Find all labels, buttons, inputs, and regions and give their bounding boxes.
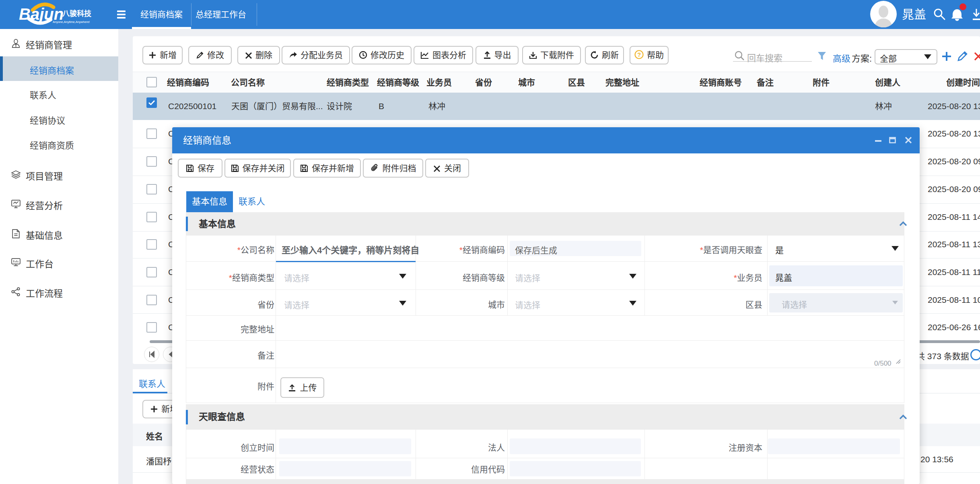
svg-text:?: ?	[637, 51, 641, 58]
svg-text:Anyone,Anytime,Anywhere!: Anyone,Anytime,Anywhere!	[53, 20, 90, 24]
svg-text:八骏科技: 八骏科技	[62, 9, 92, 18]
